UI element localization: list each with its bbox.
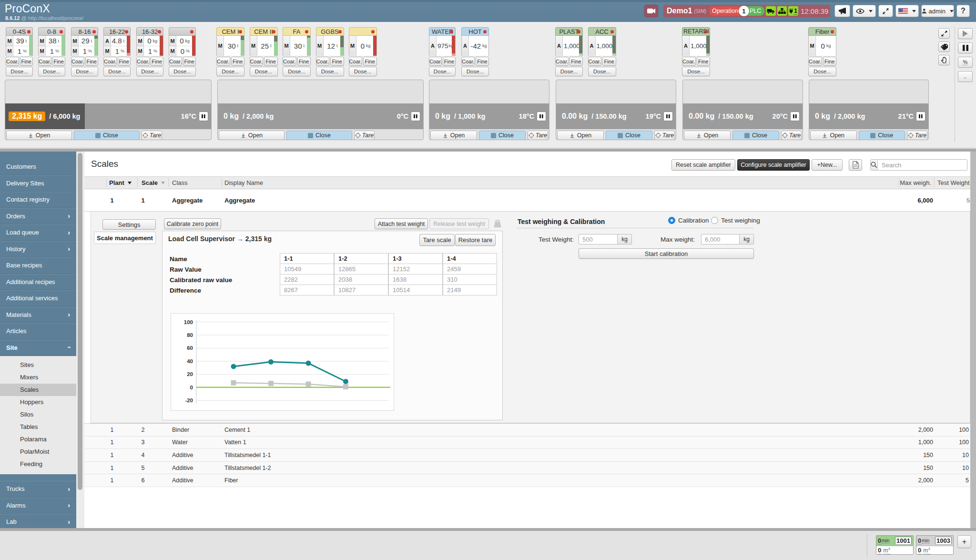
table-row[interactable]: 15AdditiveTillstatsmedel 1-215010: [84, 462, 970, 475]
sidebar-subitem-feeding[interactable]: Feeding: [0, 458, 76, 470]
new-button[interactable]: +New...: [812, 159, 843, 171]
fine-button[interactable]: Fine: [697, 57, 711, 66]
mode-toggle-button[interactable]: M: [283, 36, 290, 56]
release-test-weight-button[interactable]: Release test weight: [429, 218, 489, 229]
help-button[interactable]: ?: [956, 5, 970, 17]
user-menu-button[interactable]: admin: [921, 5, 954, 17]
percent-button[interactable]: %: [958, 57, 973, 68]
mode-toggle-button[interactable]: M: [217, 36, 224, 56]
scale-tare-button[interactable]: Tare: [354, 131, 375, 140]
calibrate-zero-point-button[interactable]: Calibrate zero point: [164, 218, 221, 229]
sidebar-subitem-tables[interactable]: Tables: [0, 421, 76, 433]
material-header[interactable]: 0-8: [38, 27, 65, 36]
sidebar-item-articles[interactable]: Articles: [0, 323, 76, 340]
sidebar-item-additional-services[interactable]: Additional services: [0, 290, 76, 307]
sidebar-item-orders[interactable]: Orders›: [0, 208, 76, 225]
sidebar-item-site[interactable]: Site›: [0, 340, 76, 356]
sidebar-subitem-sites[interactable]: Sites: [0, 359, 76, 371]
view-menu-button[interactable]: [853, 5, 876, 17]
mode-toggle-button[interactable]: A: [104, 36, 111, 46]
coarse-button[interactable]: Coar.: [461, 57, 475, 66]
coarse-button[interactable]: Coar.: [588, 57, 602, 66]
fullscreen-button[interactable]: [878, 5, 893, 17]
table-row[interactable]: 14AdditiveTillstatsmedel 1-115010: [84, 449, 970, 462]
radio-calibration[interactable]: Calibration: [668, 217, 709, 224]
material-header[interactable]: 16-22: [103, 27, 131, 36]
start-button[interactable]: [958, 28, 973, 39]
mode-toggle-button[interactable]: M: [104, 46, 111, 56]
scale-close-button[interactable]: Close: [286, 131, 352, 140]
dose-button[interactable]: Dose...: [6, 67, 33, 76]
sidebar-item-materials[interactable]: Materials›: [0, 307, 76, 324]
material-header[interactable]: ACC: [588, 27, 616, 36]
coarse-button[interactable]: Coar.: [808, 57, 822, 66]
table-row[interactable]: 16AdditiveFiber2,0005: [84, 474, 970, 487]
scale-tare-button[interactable]: Tare: [654, 131, 675, 140]
fine-button[interactable]: Fine: [118, 57, 131, 66]
sidebar-item-alarms[interactable]: Alarms›: [0, 498, 76, 514]
mode-toggle-button[interactable]: M: [71, 36, 79, 46]
material-header[interactable]: 16-32: [136, 27, 163, 36]
scale-close-button[interactable]: Close: [859, 131, 905, 140]
decimal-button[interactable]: . .: [958, 71, 973, 82]
scale-tare-button[interactable]: Tare: [907, 131, 927, 140]
max-weight-input[interactable]: 6,000: [701, 234, 740, 244]
column-header-max-weight[interactable]: Max weigh.: [896, 177, 931, 189]
column-header-class[interactable]: Class: [172, 177, 188, 189]
scale-open-button[interactable]: Open: [430, 131, 477, 140]
load-card[interactable]: 0 min 1003 0 m3: [916, 535, 954, 555]
mode-toggle-button[interactable]: M: [137, 46, 144, 56]
dose-button[interactable]: Dose...: [250, 67, 278, 76]
scale-close-button[interactable]: Close: [606, 131, 652, 140]
fine-button[interactable]: Fine: [823, 57, 837, 66]
mode-toggle-button[interactable]: M: [809, 36, 816, 56]
tab-scale-management[interactable]: Scale management: [94, 232, 156, 244]
fine-button[interactable]: Fine: [151, 57, 164, 66]
sidebar-subitem-mixers[interactable]: Mixers: [0, 371, 76, 384]
dose-button[interactable]: Dose...: [588, 67, 616, 76]
column-header-test-weight[interactable]: Test Weight: [937, 177, 970, 189]
coarse-button[interactable]: Coar.: [38, 57, 51, 66]
coarse-button[interactable]: Coar.: [316, 57, 330, 66]
dose-button[interactable]: Dose...: [429, 67, 456, 76]
coarse-button[interactable]: Coar.: [103, 57, 117, 66]
material-header[interactable]: 8-16: [71, 27, 98, 36]
status-pill[interactable]: Demo1 (SIM) Operation1PLC 1 12:08:39: [663, 5, 830, 17]
dose-button[interactable]: Dose...: [283, 67, 311, 76]
material-header[interactable]: Fiber: [808, 27, 836, 36]
coarse-button[interactable]: Coar.: [136, 57, 150, 66]
fine-button[interactable]: Fine: [20, 57, 33, 66]
coarse-button[interactable]: Coar.: [349, 57, 363, 66]
material-header[interactable]: WATER: [429, 27, 456, 36]
scale-pause-button[interactable]: [790, 112, 800, 121]
scale-open-button[interactable]: Open: [557, 131, 604, 140]
mode-toggle-button[interactable]: A: [589, 36, 596, 56]
sidebar-item-delivery-sites[interactable]: Delivery Sites: [0, 175, 76, 192]
mode-toggle-button[interactable]: M: [6, 36, 13, 46]
coarse-button[interactable]: Coar.: [250, 57, 264, 66]
material-header[interactable]: HOT: [461, 27, 489, 36]
sidebar-item-contact-registry[interactable]: Contact registry: [0, 192, 76, 208]
scale-close-button[interactable]: Close: [732, 131, 779, 140]
sidebar-item-customers[interactable]: Customers: [0, 159, 76, 175]
language-menu-button[interactable]: [895, 5, 919, 17]
sidebar-subitem-scales[interactable]: Scales: [0, 384, 76, 396]
dose-button[interactable]: Dose...: [71, 67, 98, 76]
mode-toggle-button[interactable]: M: [169, 36, 176, 46]
mode-toggle-button[interactable]: M: [6, 46, 13, 56]
coarse-button[interactable]: Coar.: [71, 57, 84, 66]
sidebar-subitem-silos[interactable]: Silos: [0, 408, 76, 421]
scale-tare-button[interactable]: Tare: [781, 131, 802, 140]
dose-button[interactable]: Dose...: [349, 67, 377, 76]
fine-button[interactable]: Fine: [330, 57, 344, 66]
scale-open-button[interactable]: Open: [6, 131, 72, 140]
coarse-button[interactable]: Coar.: [6, 57, 19, 66]
dose-button[interactable]: Dose...: [136, 67, 163, 76]
fine-button[interactable]: Fine: [183, 57, 196, 66]
radio-test-weighing[interactable]: Test weighing: [711, 217, 760, 224]
scale-pause-button[interactable]: [411, 112, 420, 121]
mode-toggle-button[interactable]: M: [137, 36, 144, 46]
table-row[interactable]: 13WaterVatten 11,000100: [84, 437, 970, 449]
sidebar-item-trucks[interactable]: Trucks›: [0, 481, 76, 498]
mode-toggle-button[interactable]: M: [39, 46, 46, 56]
